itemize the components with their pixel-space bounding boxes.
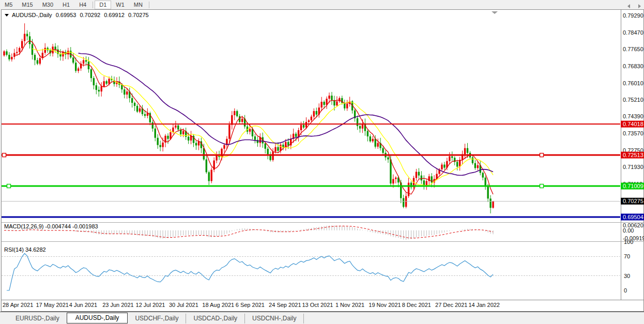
price-badge-text: 0.74018: [623, 121, 643, 127]
date-axis[interactable]: 28 Apr 202117 May 20214 Jun 202123 Jun 2…: [3, 302, 500, 308]
timeframe-button-w1[interactable]: W1: [111, 1, 129, 9]
candle-body: [90, 69, 92, 78]
price-axis-label: 0.77650: [623, 46, 643, 52]
candle-body: [223, 145, 225, 149]
timeframe-button-mn[interactable]: MN: [129, 1, 147, 9]
tab-usdchf[interactable]: USDCHF-,Daily: [128, 314, 186, 323]
candle-body: [188, 137, 189, 141]
rsi-axis-label: 0: [624, 287, 627, 294]
candle-body: [390, 160, 391, 184]
candle-body: [303, 125, 304, 128]
candle-body: [316, 111, 317, 115]
price-axis-label: 0.78470: [623, 29, 643, 36]
candle-body: [416, 172, 417, 178]
candle-body: [431, 176, 432, 182]
candle-body: [392, 179, 394, 183]
candle-body: [300, 125, 302, 130]
candle-body: [78, 68, 79, 71]
tab-usdcnh[interactable]: USDCNH-,Daily: [245, 314, 304, 323]
rsi-axis-label: 100: [624, 239, 633, 245]
timeframe-button-h1[interactable]: H1: [58, 1, 74, 9]
macd-axis-zero: 0.00: [623, 227, 634, 234]
price-axis-label: 0.74390: [623, 113, 643, 119]
candle-body: [134, 103, 135, 106]
candle-body: [124, 89, 125, 95]
candle-body: [6, 51, 7, 55]
candle-body: [231, 115, 233, 125]
chart-canvas: 0.792900.784700.776500.768300.760100.752…: [0, 0, 644, 324]
date-axis-label: 28 Apr 2021: [3, 302, 33, 308]
candle-body: [254, 136, 256, 140]
candle-body: [277, 147, 279, 151]
timeframe-button-d1[interactable]: D1: [95, 1, 111, 9]
chart-symbol-label: AUDUSD-,Daily: [12, 12, 52, 18]
date-axis-label: 30 Jul 2021: [169, 302, 198, 308]
tab-audusd[interactable]: AUDUSD-,Daily: [67, 313, 128, 323]
candle-body: [313, 111, 315, 117]
candle-body: [195, 143, 197, 146]
candle-body: [121, 85, 122, 89]
timeframe-button-m30[interactable]: M30: [38, 1, 58, 9]
candle-body: [108, 79, 110, 84]
candle-body: [249, 129, 251, 132]
candle-body: [96, 85, 97, 90]
line-drag-handle[interactable]: [540, 184, 544, 188]
timeframe-button-h4[interactable]: H4: [74, 1, 91, 9]
candle-body: [44, 48, 46, 53]
candle-body: [311, 117, 312, 120]
line-drag-handle[interactable]: [3, 153, 6, 157]
candle-body: [34, 55, 36, 60]
candle-body: [162, 143, 163, 147]
date-axis-label: 23 Jun 2021: [102, 302, 134, 308]
candle-body: [265, 143, 266, 148]
date-axis-label: 24 Sep 2021: [269, 302, 301, 308]
candle-body: [374, 139, 376, 147]
chart-window-frame: [2, 10, 644, 312]
symbol-menu-icon[interactable]: [5, 14, 9, 17]
candle-body: [467, 148, 468, 153]
chart-tab-bar: EURUSD-,DailyAUDUSD-,DailyUSDCHF-,DailyU…: [0, 312, 644, 324]
candle-body: [464, 148, 466, 155]
tab-scroll-right-button[interactable]: [638, 4, 641, 8]
candle-body: [39, 58, 41, 64]
candle-body: [492, 201, 494, 208]
candle-body: [451, 157, 453, 158]
candle-body: [59, 54, 61, 57]
candle-body: [62, 52, 64, 57]
date-axis-label: 18 Aug 2021: [202, 302, 234, 308]
candle-body: [72, 57, 74, 63]
candle-body: [487, 187, 488, 198]
tab-eurusd[interactable]: EURUSD-,Daily: [8, 314, 67, 323]
price-badge-0.71009: 0.71009: [621, 182, 644, 189]
tab-usdcad[interactable]: USDCAD-,Daily: [186, 314, 245, 323]
candle-body: [370, 136, 371, 142]
candle-body: [395, 178, 396, 179]
tab-scroll-left-button[interactable]: [627, 4, 630, 8]
candle-body: [167, 136, 168, 139]
candle-body: [203, 148, 205, 160]
ohlc-low: 0.69912: [104, 12, 125, 18]
candle-body: [54, 47, 56, 50]
timeframe-button-m5[interactable]: M5: [0, 1, 17, 9]
candle-body: [408, 183, 409, 196]
line-drag-handle[interactable]: [540, 153, 544, 157]
line-drag-handle[interactable]: [7, 184, 11, 188]
candle-body: [3, 51, 5, 55]
candle-body: [295, 134, 297, 137]
candle-body: [85, 60, 87, 61]
candle-body: [175, 126, 176, 128]
timeframe-button-m15[interactable]: M15: [17, 1, 37, 9]
candle-body: [177, 126, 179, 130]
toolbar-separator: [93, 2, 93, 8]
candle-body: [372, 139, 374, 142]
candle-body: [16, 52, 18, 53]
ohlc-close: 0.70275: [128, 12, 149, 18]
price-axis-label: 0.71930: [623, 164, 643, 170]
mt4-terminal: 0.792900.784700.776500.768300.760100.752…: [0, 0, 644, 324]
candle-body: [456, 162, 458, 166]
candle-body: [210, 169, 212, 181]
date-axis-label: 8 Dec 2021: [402, 302, 431, 308]
toolbar-separator: [149, 2, 149, 8]
chart-title: AUDUSD-,Daily 0.69953 0.70292 0.69912 0.…: [5, 12, 149, 18]
ohlc-open: 0.69953: [56, 12, 76, 18]
